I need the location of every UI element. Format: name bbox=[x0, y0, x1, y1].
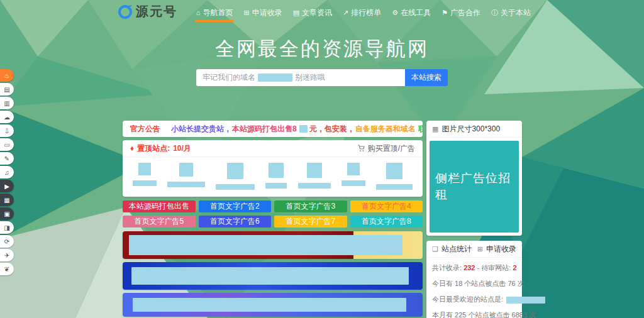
censored-favicon bbox=[227, 163, 243, 179]
text-ad-7[interactable]: 首页文字广告7 bbox=[274, 216, 347, 228]
stat-text: 共计收录: bbox=[432, 264, 464, 271]
censored-site-name bbox=[341, 180, 365, 186]
toolbar-book-icon[interactable]: ▤ bbox=[0, 83, 14, 96]
top-site-item[interactable] bbox=[167, 163, 205, 190]
text-ad-4[interactable]: 首页文字广告4 bbox=[350, 200, 423, 212]
logo-text: 源元号 bbox=[136, 3, 177, 20]
toolbar-music-icon[interactable]: ♫ bbox=[0, 166, 14, 178]
toolbar-download-icon[interactable]: ⇩ bbox=[0, 124, 14, 137]
censored-favicon bbox=[386, 163, 402, 179]
censored-site-name bbox=[167, 182, 205, 187]
plus-icon: ⊞ bbox=[477, 245, 483, 253]
stat-text: 今日有 18 个站点被点击 76 次 bbox=[432, 280, 525, 287]
nav-item-apply[interactable]: ⊞申请收录 bbox=[243, 0, 282, 25]
censored-site-name bbox=[216, 184, 255, 190]
toolbar-cloud-icon[interactable]: ☁ bbox=[0, 111, 14, 123]
top-site-item[interactable] bbox=[341, 163, 365, 190]
nav-item-tools[interactable]: ⚙在线工具 bbox=[392, 0, 431, 25]
main-nav: ⌂导航首页⊞申请收录▤文章资讯↗排行榜单⚙在线工具⚑广告合作ⓘ关于本站 bbox=[196, 0, 531, 25]
buy-top-ad-link[interactable]: 购买置顶/广告 bbox=[357, 143, 415, 154]
sidebar-ad-header: ▦ 图片尺寸300*300 bbox=[426, 121, 522, 138]
text-ad-3[interactable]: 首页文字广告3 bbox=[274, 200, 347, 212]
site-logo[interactable]: 源元号 bbox=[117, 3, 177, 20]
search-button[interactable]: 本站搜索 bbox=[405, 69, 448, 86]
top-site-item[interactable] bbox=[265, 163, 287, 190]
chart-icon: ↗ bbox=[343, 9, 348, 17]
nav-item-home[interactable]: ⌂导航首页 bbox=[196, 0, 233, 25]
top-sites-card: ♦ 置顶站点: 10/月 购买置顶/广告 bbox=[123, 140, 423, 197]
announcement-label: 官方公告 bbox=[130, 124, 160, 134]
apply-inclusion-label: 申请收录 bbox=[486, 244, 516, 255]
nav-item-articles[interactable]: ▤文章资讯 bbox=[293, 0, 332, 25]
toolbar-film-icon[interactable]: ▦ bbox=[0, 194, 14, 206]
text-ad-2[interactable]: 首页文字广告2 bbox=[199, 200, 272, 212]
nav-label: 排行榜单 bbox=[351, 8, 381, 18]
top-site-item[interactable] bbox=[133, 163, 157, 190]
announcement-segment: 自备服务器和域名 bbox=[355, 124, 418, 133]
censored-banner-2 bbox=[131, 267, 409, 285]
banner-ad-1[interactable] bbox=[123, 231, 423, 259]
apply-inclusion-link[interactable]: ⊞ 申请收录 bbox=[477, 244, 516, 255]
banner-ad-3[interactable] bbox=[123, 293, 423, 317]
stat-text: 232 bbox=[464, 264, 475, 271]
toolbar-document-icon[interactable]: ▥ bbox=[0, 97, 14, 109]
main-column: 官方公告 小站长提交贵站，本站源码打包出售8元，包安装，自备服务器和域名 联系Q… bbox=[123, 121, 423, 318]
banner-ad-2[interactable] bbox=[123, 262, 423, 290]
toolbar-image-icon[interactable]: ◨ bbox=[0, 221, 14, 234]
sidebar-ad-card: ▦ 图片尺寸300*300 侧栏广告位招租 bbox=[426, 121, 522, 236]
toolbar-video-icon[interactable]: ▶ bbox=[0, 180, 14, 192]
toolbar-briefcase-icon[interactable]: ▣ bbox=[0, 207, 14, 220]
censored-site-name bbox=[265, 183, 287, 189]
text-ad-1[interactable]: 本站源码打包出售 bbox=[123, 200, 196, 212]
censored-favicon bbox=[347, 163, 360, 175]
censored-favicon bbox=[179, 163, 193, 177]
stat-text: 2 bbox=[513, 264, 516, 271]
stat-text: 今日最受欢迎的站点是: bbox=[432, 295, 505, 303]
censored-text bbox=[299, 125, 308, 133]
censored-favicon bbox=[307, 163, 322, 178]
search-input[interactable]: 牢记我们的域名 别迷路哦 bbox=[196, 69, 405, 86]
announcement-text: 小站长提交贵站，本站源码打包出售8元，包安装，自备服务器和域名 联系QQ bbox=[171, 124, 423, 134]
toolbar-send-icon[interactable]: ✈ bbox=[0, 249, 14, 261]
site-stats-header: ❏ 站点统计 ⊞ 申请收录 bbox=[426, 241, 522, 258]
site-stats-card: ❏ 站点统计 ⊞ 申请收录 共计收录: 232 - 待审网站: 2今日有 18 … bbox=[426, 241, 522, 318]
nav-label: 广告合作 bbox=[450, 8, 480, 18]
toolbar-refresh-icon[interactable]: ⟳ bbox=[0, 235, 14, 248]
top-site-item[interactable] bbox=[298, 163, 331, 190]
top-site-item[interactable] bbox=[216, 163, 255, 190]
censored-favicon bbox=[269, 163, 284, 178]
stat-text: 本月有 225 个站点被点击 6883 次 bbox=[432, 311, 536, 318]
top-sites-title: ♦ 置顶站点: 10/月 bbox=[130, 143, 191, 154]
text-ad-6[interactable]: 首页文字广告6 bbox=[199, 216, 272, 228]
censored-banner-3 bbox=[133, 298, 406, 312]
toolbar-edit-icon[interactable]: ✎ bbox=[0, 152, 14, 165]
text-ads-grid: 本站源码打包出售首页文字广告2首页文字广告3首页文字广告4首页文字广告5首页文字… bbox=[123, 200, 423, 228]
top-sites-title-text: 置顶站点: bbox=[137, 143, 170, 154]
text-ad-5[interactable]: 首页文字广告5 bbox=[123, 216, 196, 228]
site-stats-title: 站点统计 bbox=[441, 244, 472, 255]
nav-item-ads[interactable]: ⚑广告合作 bbox=[441, 0, 480, 25]
text-ad-8[interactable]: 首页文字广告8 bbox=[350, 216, 423, 228]
top-header: 源元号 ⌂导航首页⊞申请收录▤文章资讯↗排行榜单⚙在线工具⚑广告合作ⓘ关于本站 bbox=[0, 0, 644, 25]
bookmark-icon: ❏ bbox=[432, 245, 438, 253]
top-site-item[interactable] bbox=[376, 163, 413, 190]
toolbar-desktop-icon[interactable]: ▭ bbox=[0, 138, 14, 151]
home-icon: ⌂ bbox=[196, 9, 201, 16]
stat-line: 本月有 225 个站点被点击 6883 次 bbox=[432, 310, 516, 318]
toolbar-leaf-icon[interactable]: ❦ bbox=[0, 263, 14, 275]
censored-site-name bbox=[376, 184, 413, 190]
sidebar-ad-placeholder[interactable]: 侧栏广告位招租 bbox=[430, 141, 519, 233]
toolbar-hot-icon[interactable]: ♨ bbox=[0, 69, 14, 82]
site-stats-body: 共计收录: 232 - 待审网站: 2今日有 18 个站点被点击 76 次今日最… bbox=[426, 258, 522, 318]
nav-item-about[interactable]: ⓘ关于本站 bbox=[491, 0, 531, 25]
nav-label: 在线工具 bbox=[401, 8, 431, 18]
nav-item-ranking[interactable]: ↗排行榜单 bbox=[343, 0, 381, 25]
censored-favicon bbox=[138, 163, 151, 175]
plus-icon: ⊞ bbox=[243, 9, 249, 17]
top-sites-grid bbox=[123, 157, 423, 197]
page-title: 全网最全的资源导航网 bbox=[0, 36, 644, 62]
sidebar-ad-body: 侧栏广告位招租 bbox=[426, 138, 522, 236]
censored-domain bbox=[258, 74, 292, 82]
stat-line: 共计收录: 232 - 待审网站: 2 bbox=[432, 263, 516, 273]
nav-label: 导航首页 bbox=[203, 8, 233, 18]
